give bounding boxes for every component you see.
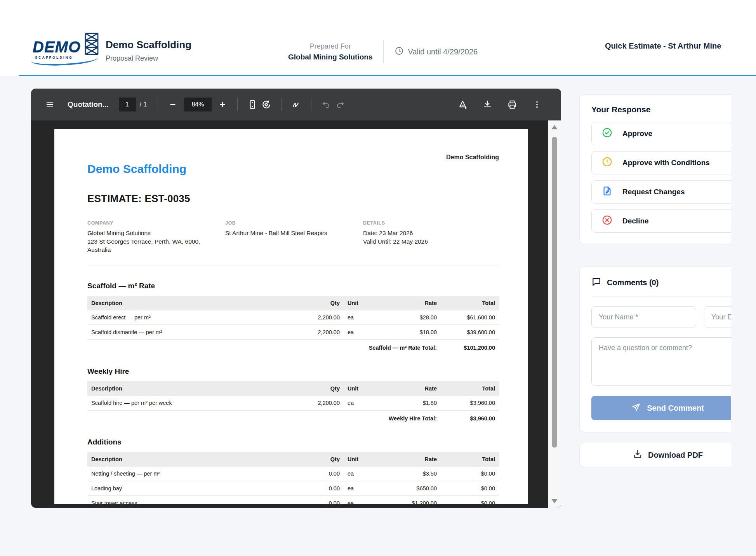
header-divider [383, 40, 384, 63]
table-row: Netting / sheeting — per m²0.00 ea$3.50 … [87, 467, 499, 481]
fit-page-icon[interactable] [245, 98, 259, 112]
valid-until-text: Valid until 4/29/2026 [408, 47, 478, 56]
page-total: / 1 [140, 101, 147, 108]
details-label: DETAILS [363, 220, 499, 226]
zoom-level-input[interactable] [184, 98, 212, 112]
proposal-review-app: DEMO SCAFFOLDING Demo Scaffolding Propos… [0, 0, 756, 556]
menu-icon[interactable] [43, 98, 57, 112]
section-scaffold-m2-rate: Scaffold — m² Rate Description Qty Unit … [87, 282, 499, 351]
company-label: COMPANY [87, 220, 225, 226]
more-options-icon[interactable] [530, 98, 544, 112]
table-row: Loading bay0.00 ea$650.00 $0.00 [87, 481, 499, 496]
right-panel: Your Response Approve Appro [579, 94, 731, 522]
approve-button[interactable]: Approve [591, 122, 731, 145]
section-title: Scaffold — m² Rate [87, 282, 499, 290]
print-icon[interactable] [505, 98, 519, 112]
pdf-scrollbar[interactable] [548, 120, 561, 508]
section-title: Additions [87, 438, 499, 446]
section-title: Weekly Hire [87, 367, 499, 376]
header: DEMO SCAFFOLDING Demo Scaffolding Propos… [0, 0, 756, 76]
request-changes-button[interactable]: Request Changes [591, 180, 731, 204]
rotate-icon[interactable] [259, 98, 273, 112]
pdf-page: Demo Scaffolding Demo Scaffolding ESTIMA… [54, 129, 528, 504]
pdf-toolbar: Quotation... / 1 [31, 89, 561, 120]
response-title: Your Response [591, 105, 731, 114]
decline-button[interactable]: Decline [591, 209, 731, 233]
job-label: JOB [225, 220, 363, 226]
alert-circle-icon [602, 157, 612, 169]
approve-with-conditions-button[interactable]: Approve with Conditions [591, 151, 731, 174]
header-company-name: Demo Scaffolding [106, 39, 191, 51]
file-edit-icon [602, 186, 612, 198]
header-page-subtitle: Proposal Review [106, 54, 191, 63]
scrollbar-thumb[interactable] [552, 137, 557, 448]
commenter-name-input[interactable] [591, 306, 696, 328]
prepared-for-value: Global Mining Solutions [288, 53, 372, 61]
doc-brand-title: Demo Scaffolding [87, 162, 186, 176]
annotate-pen-icon[interactable] [289, 98, 303, 112]
table-row: Scaffold erect — per m²2,200.00 ea$28.00… [87, 310, 499, 325]
highlight-add-icon[interactable] [455, 98, 469, 112]
check-circle-icon [602, 127, 612, 140]
comments-title: Comments (0) [607, 278, 659, 287]
section-additions: Additions Description Qty Unit Rate Tota… [87, 438, 499, 504]
job-value: St Arthur Mine - Ball Mill Steel Reapirs [225, 229, 363, 237]
header-accent-rule [19, 75, 756, 76]
paper-plane-icon [631, 403, 641, 414]
undo-icon[interactable] [319, 98, 333, 112]
send-comment-button[interactable]: Send Comment [591, 396, 731, 420]
zoom-out-icon[interactable] [166, 98, 180, 112]
your-response-card: Your Response Approve Appro [579, 94, 731, 244]
table-row: Stair tower access0.00 ea$1,200.00 $0.00 [87, 496, 499, 504]
download-icon[interactable] [480, 98, 494, 112]
scroll-down-arrow-icon[interactable] [551, 499, 558, 503]
table-header: Description Qty Unit Rate Total [87, 452, 499, 467]
comment-bubble-icon [591, 277, 601, 289]
section-total: Weekly Hire Total: $3,960.00 [87, 415, 499, 422]
table-row: Scaffold hire — per m² per week2,200.00 … [87, 396, 499, 411]
section-total: Scaffold — m² Rate Total: $101,200.00 [87, 345, 499, 351]
scroll-up-arrow-icon[interactable] [551, 125, 558, 129]
table-header: Description Qty Unit Rate Total [87, 381, 499, 396]
table-row: Scaffold dismantle — per m²2,200.00 ea$1… [87, 325, 499, 340]
table-header: Description Qty Unit Rate Total [87, 296, 499, 310]
redo-icon[interactable] [333, 98, 347, 112]
commenter-email-input[interactable] [704, 306, 731, 328]
doc-brand-corner: Demo Scaffolding [446, 154, 499, 161]
pdf-filename: Quotation... [68, 100, 109, 109]
pdf-canvas-area: Demo Scaffolding Demo Scaffolding ESTIMA… [31, 120, 561, 508]
download-pdf-button[interactable]: Download PDF [579, 443, 731, 467]
prepared-for-label: Prepared For [288, 42, 372, 51]
zoom-in-icon[interactable] [216, 98, 229, 112]
doc-estimate-heading: ESTIMATE: EST-0035 [87, 193, 499, 205]
doc-meta: COMPANY Global Mining Solutions 123 St G… [87, 220, 499, 254]
x-circle-icon [602, 215, 612, 227]
clock-icon [395, 46, 404, 58]
pdf-viewer: Quotation... / 1 [31, 89, 561, 508]
page-number-input[interactable] [119, 98, 136, 112]
download-tray-icon [633, 449, 643, 461]
company-logo: DEMO SCAFFOLDING [33, 33, 103, 69]
section-weekly-hire: Weekly Hire Description Qty Unit Rate To… [87, 367, 499, 422]
comments-card: Comments (0) Send Comment [579, 266, 731, 432]
comment-message-input[interactable] [591, 337, 731, 386]
document-title: Quick Estimate - St Arthur Mine [605, 42, 731, 51]
